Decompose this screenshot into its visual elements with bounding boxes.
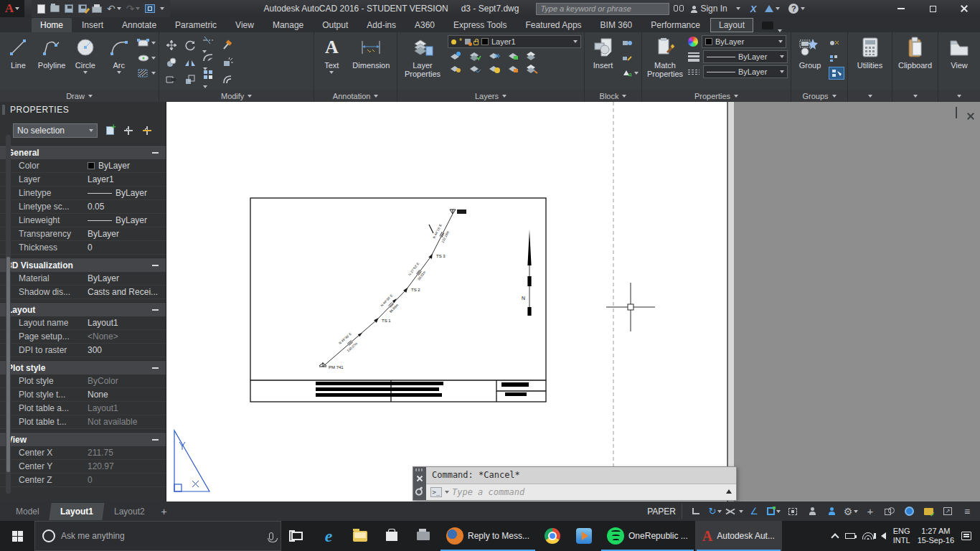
tab-layout2[interactable]: Layout2 [103,503,156,520]
graphics-performance-icon[interactable] [900,504,918,519]
help-search-input[interactable]: Type a keyword or phrase [536,3,669,15]
create-block-icon[interactable] [621,37,639,50]
osnap-tracking-icon[interactable]: ∠ [745,504,763,519]
layer-unisolate-icon[interactable] [468,64,481,74]
prop-row[interactable]: Page setup...<None> [0,330,166,344]
tab-layout[interactable]: Layout [710,18,753,32]
quick-select-icon[interactable] [141,124,154,137]
prop-row[interactable]: ColorByLayer [0,159,166,173]
fullscreen-icon[interactable]: ↗ [939,504,956,519]
prop-row[interactable]: Center Z0 [0,474,166,487]
prop-row[interactable]: Plot styleByColor [0,375,166,388]
annotation-visibility-icon[interactable] [784,504,801,519]
section-header[interactable]: Layout [0,302,166,316]
tab-express-tools[interactable]: Express Tools [445,18,515,32]
selection-dropdown[interactable]: No selection [13,123,98,138]
prop-row[interactable]: DPI to raster300 [0,344,166,357]
section-header[interactable]: 3D Visualization [0,258,166,272]
microphone-icon[interactable] [269,532,273,540]
lineweight-dropdown[interactable]: ByLayer [703,50,788,63]
tab-performance[interactable]: Performance [642,18,709,32]
tab-a360[interactable]: A360 [406,18,443,32]
prop-row[interactable]: LayerLayer1 [0,173,166,187]
rectangle-icon[interactable] [137,37,156,50]
object-color-dropdown[interactable]: ByLayer [702,35,786,48]
task-view-button[interactable] [281,521,313,551]
minimize-button[interactable] [885,0,917,17]
polar-tracking-icon[interactable]: ↻ [707,504,724,519]
isolate-objects-icon[interactable] [881,504,898,519]
command-input[interactable]: >_ Type a command [426,484,736,501]
help-icon[interactable]: ? [788,4,798,14]
annotation-monitor-icon[interactable]: + [862,504,879,519]
clipboard-button[interactable]: Clipboard [895,35,935,70]
redo-icon[interactable]: ↷ [126,4,141,14]
save-as-icon[interactable] [78,4,87,13]
clock[interactable]: 1:27 AM15-Sep-16 [918,527,954,545]
layer-isolate-icon[interactable] [449,64,462,74]
hatch-icon[interactable] [137,67,156,80]
cortana-search-input[interactable]: Ask me anything [34,521,281,551]
prop-row[interactable]: TransparencyByLayer [0,227,166,241]
workspace-gear-icon[interactable]: ⚙ [842,504,859,519]
prop-row[interactable]: LineweightByLayer [0,214,166,227]
tab-output[interactable]: Output [314,18,357,32]
prop-row[interactable]: LinetypeByLayer [0,187,166,200]
action-center-icon[interactable] [961,532,971,540]
layer-walk-icon[interactable] [525,64,538,74]
tab-model[interactable]: Model [4,503,50,520]
group-button[interactable]: Group [794,35,826,70]
ungroup-icon[interactable] [829,37,844,50]
file-explorer-button[interactable] [344,521,376,551]
customization-icon[interactable]: ≡ [958,504,976,519]
isometric-drafting-icon[interactable] [726,504,743,519]
new-layout-button[interactable]: + [155,506,172,517]
firefox-task-button[interactable]: Reply to Mess... [439,521,537,551]
undo-icon[interactable]: ↶ [107,4,121,14]
layer-unlock2-icon[interactable] [507,64,519,74]
command-window-grip[interactable] [413,467,426,500]
layer-freeze-icon[interactable] [488,51,501,61]
new-file-icon[interactable] [37,4,45,14]
customize-qat-icon[interactable] [160,7,164,10]
panel-label-groups[interactable]: Groups [791,90,847,102]
search-icon[interactable] [674,5,684,12]
insert-button[interactable]: Insert [588,35,618,70]
printer-app-button[interactable] [407,521,439,551]
prop-row[interactable]: Shadow dis...Casts and Recei... [0,286,166,299]
close-button[interactable] [948,0,980,17]
panel-label-utilities[interactable] [848,90,892,102]
autocad-task-button[interactable]: A Autodesk Aut... [695,521,782,551]
tab-bim360[interactable]: BIM 360 [592,18,641,32]
battery-icon[interactable] [845,533,855,539]
utilities-button[interactable]: Utilities [851,35,889,70]
plot-icon[interactable] [92,4,102,13]
match-properties-button[interactable]: Match Properties [645,35,685,78]
ortho-icon[interactable] [687,504,705,519]
edit-attributes-icon[interactable] [621,67,639,80]
group-edit-icon[interactable] [829,52,844,65]
paper-space-button[interactable]: PAPER [641,504,682,519]
prop-row[interactable]: MaterialByLayer [0,272,166,286]
text-button[interactable]: AText [317,35,346,74]
collapse-icon[interactable] [152,152,159,154]
doc-restore-icon[interactable] [956,108,957,118]
prop-row[interactable]: Center Y120.97 [0,460,166,474]
prop-row[interactable]: Thickness0 [0,241,166,255]
spotify-task-button[interactable]: OneRepublic ... [600,521,695,551]
view-button[interactable]: View [941,35,977,70]
copy-icon[interactable] [166,57,177,68]
prop-row[interactable]: Plot table t...Not available [0,415,166,429]
ellipse-icon[interactable] [137,52,156,65]
panel-label-view[interactable] [938,90,980,102]
tab-insert[interactable]: Insert [73,18,112,32]
workspace-icon[interactable] [145,4,155,13]
select-objects-icon[interactable] [122,124,135,137]
array-icon[interactable] [202,69,215,90]
annotation-person-icon[interactable] [804,504,821,519]
open-file-icon[interactable] [50,5,60,12]
panel-label-layers[interactable]: Layers [397,90,584,102]
line-button[interactable]: Line [3,35,34,70]
toggle-pickadd-icon[interactable] [103,124,116,137]
command-expand-icon[interactable] [726,489,732,494]
